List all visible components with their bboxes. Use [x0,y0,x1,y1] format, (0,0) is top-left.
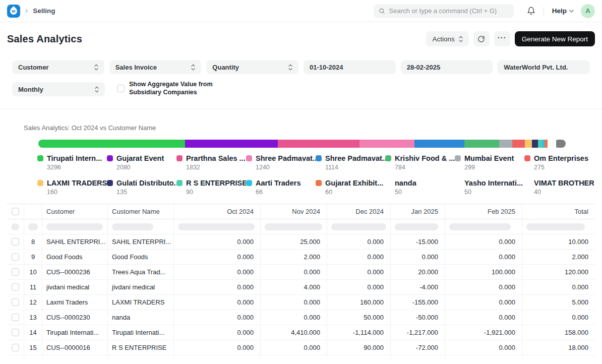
select-all-checkbox[interactable] [12,208,19,215]
cell-customer[interactable]: Tirupati Internati... [42,325,108,340]
cell-value: 10.000 [522,234,595,249]
legend-item[interactable]: LAXMI TRADERS160 [37,179,107,196]
cell-customer-name[interactable]: jivdani medical [108,280,174,294]
legend-value: 50 [395,189,455,196]
aggregate-checkbox[interactable] [117,85,125,92]
bar-segment-others[interactable] [556,140,566,148]
column-header-total[interactable]: Total [522,204,595,219]
cell-customer[interactable]: Laxmi Traders [42,295,108,310]
row-checkbox[interactable] [12,253,19,261]
bar-segment[interactable] [38,140,185,148]
cell-customer[interactable]: CUS--0000230 [42,310,108,325]
cell-customer[interactable]: CUS--0000236 [42,265,108,279]
cell-value: 158.000 [522,325,595,340]
filter-based-on-select[interactable]: Sales Invoice [109,60,202,74]
legend-item[interactable]: Om Enterprises275 [524,154,594,171]
legend-item[interactable]: Shree Padmavat...1240 [246,154,316,171]
cell-customer-name[interactable]: Trees Aqua Trad... [108,265,174,279]
cell-customer[interactable]: Good Foods [42,250,108,264]
partial-cell [7,355,24,358]
global-search[interactable] [374,4,514,18]
bar-segment[interactable] [359,140,415,148]
legend-item-top: Aarti Traders [246,179,316,187]
legend-label: LAXMI TRADERS [47,179,107,187]
bar-segment[interactable] [185,140,278,148]
legend-item[interactable]: Prarthna Sales ...1832 [176,154,246,171]
row-checkbox[interactable] [12,314,19,321]
cell-customer-name[interactable]: Good Foods [108,250,174,264]
partial-cell [24,355,42,358]
skeleton-pill [112,223,153,230]
legend-item[interactable]: Gujarat Event2080 [107,154,176,171]
cell-customer-name[interactable]: SAHIL ENTERPRI... [108,234,174,249]
bar-segment[interactable] [512,140,524,148]
row-checkbox[interactable] [12,283,19,291]
filter-company-input[interactable]: WaterWorld Pvt. Ltd. [498,60,590,74]
skeleton-cell [261,219,327,234]
bar-segment[interactable] [464,140,499,148]
skeleton-pill [46,223,103,230]
row-checkbox[interactable] [12,344,19,351]
bar-segment[interactable] [278,140,359,148]
row-checkbox-cell [7,295,24,310]
legend-item[interactable]: nanda50 [385,179,455,196]
legend-marker-icon [37,155,43,161]
column-header-nov-2024[interactable]: Nov 2024 [261,204,327,219]
column-header-customer-name[interactable]: Customer Name [108,204,174,219]
column-header-jan-2025[interactable]: Jan 2025 [391,204,445,219]
bar-segment[interactable] [532,140,538,148]
legend-item[interactable]: VIMAT BROTHERS40 [524,179,594,196]
breadcrumb-selling[interactable]: Selling [33,7,55,15]
filter-tree-type-select[interactable]: Customer [12,60,104,74]
legend-item[interactable]: Krishiv Food & ...784 [385,154,455,171]
notifications-button[interactable] [527,7,535,15]
legend-item[interactable]: Yasho Internati...50 [455,179,524,196]
column-header-feb-2025[interactable]: Feb 2025 [445,204,522,219]
search-input[interactable] [389,7,509,15]
row-checkbox[interactable] [12,268,19,276]
legend-item[interactable]: Mumbai Event299 [455,154,524,171]
column-header-dec-2024[interactable]: Dec 2024 [327,204,391,219]
cell-value: 0.000 [174,250,261,264]
cell-customer-name[interactable]: LAXMI TRADERS [108,295,174,310]
bar-segment[interactable] [414,140,464,148]
app-logo[interactable]: w [7,5,20,18]
legend-item[interactable]: Shree Padmavat...1114 [316,154,385,171]
filter-from-date-input[interactable]: 01-10-2024 [304,60,396,74]
cell-customer-name[interactable]: R S ENTERPRISE [108,340,174,355]
partial-cell [445,355,522,358]
legend-value: 784 [395,164,455,171]
refresh-button[interactable] [473,31,490,46]
filter-range-select[interactable]: Monthly [12,82,105,96]
legend-item[interactable]: Gulati Distributo...135 [107,179,176,196]
help-menu-button[interactable]: Help [552,7,574,15]
bar-segment[interactable] [499,140,512,148]
legend-item[interactable]: Tirupati Intern...3296 [37,154,107,171]
row-checkbox-cell [7,234,24,249]
cell-value: 160.000 [327,295,391,310]
cell-customer[interactable]: SAHIL ENTERPRI... [42,234,108,249]
column-header-customer[interactable]: Customer [42,204,108,219]
legend-item[interactable]: Gujarat Exhibit...60 [316,179,385,196]
row-checkbox[interactable] [12,238,19,246]
cell-customer-name[interactable]: Tirupati Internati... [108,325,174,340]
filter-to-date-input[interactable]: 28-02-2025 [401,60,493,74]
filter-value-quantity-select[interactable]: Quantity [206,60,298,74]
bar-segment[interactable] [538,140,542,148]
more-menu-button[interactable]: ··· [494,31,510,46]
bar-segment[interactable] [552,140,554,148]
legend-item[interactable]: R S ENTERPRISE90 [176,179,246,196]
row-checkbox[interactable] [12,329,19,336]
row-checkbox[interactable] [12,298,19,306]
actions-button[interactable]: Actions [426,31,468,46]
legend-item[interactable]: Aarti Traders66 [246,179,316,196]
user-avatar[interactable]: A [581,4,595,18]
aggregate-checkbox-label[interactable]: Show Aggregate Value from Subsidiary Com… [129,81,213,96]
cell-customer[interactable]: jivdani medical [42,280,108,294]
generate-report-button[interactable]: Generate New Report [515,31,595,46]
cell-customer[interactable]: CUS--0000016 [42,340,108,355]
column-header-oct-2024[interactable]: Oct 2024 [174,204,261,219]
cell-customer-name[interactable]: nanda [108,310,174,325]
bar-segment[interactable] [525,140,532,148]
legend-item-top: Gujarat Event [107,154,176,162]
